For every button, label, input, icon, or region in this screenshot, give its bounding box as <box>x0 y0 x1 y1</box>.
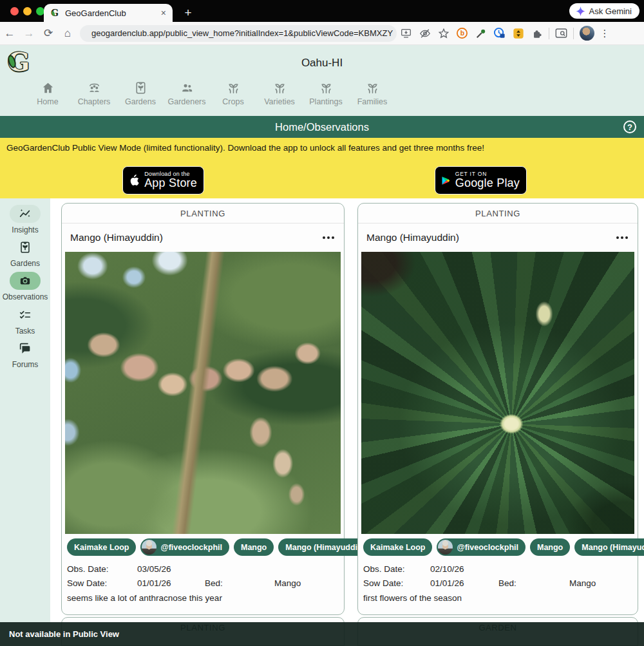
forward-icon[interactable]: → <box>19 27 39 40</box>
toolbar-divider <box>549 28 549 39</box>
page-title: Home/Observations <box>0 121 644 133</box>
chapter-title: Oahu-HI <box>0 57 644 70</box>
sidebar-item-observations[interactable]: Observations <box>0 272 50 301</box>
help-icon[interactable]: ? <box>623 120 636 133</box>
minimize-window-button[interactable] <box>23 7 32 15</box>
garden-chip[interactable]: Kaimake Loop <box>363 538 432 556</box>
planting-title: Mango (Himayuddin) <box>366 232 615 243</box>
eyedropper-icon[interactable] <box>471 26 490 41</box>
browser-toolbar: ← → ⟳ ⌂ geogardenclub.app/public_view_ho… <box>0 22 644 45</box>
toolbar-divider <box>573 28 574 39</box>
sidebar: Insights Gardens Observations <box>0 198 50 646</box>
planting-title: Mango (Himayuddin) <box>70 232 321 243</box>
screen: G GeoGardenClub × + Ask Gemini ← → ⟳ ⌂ <box>0 0 644 646</box>
snackbar-message: Not available in Public View <box>9 629 119 639</box>
observation-note: seems like a lot of anthracnose this yea… <box>67 593 222 603</box>
sidebar-item-tasks[interactable]: Tasks <box>0 306 50 336</box>
garden-chip[interactable]: Kaimake Loop <box>67 538 136 556</box>
tab-crops[interactable]: Crops <box>210 81 256 114</box>
close-window-button[interactable] <box>10 7 19 15</box>
gardener-chip[interactable]: @fiveoclockphil <box>140 538 229 556</box>
seed-packet-icon <box>18 240 32 254</box>
browser-titlebar: G GeoGardenClub × + Ask Gemini <box>0 0 644 22</box>
snackbar: Not available in Public View <box>0 622 644 646</box>
side-search-icon[interactable] <box>552 26 571 41</box>
bed-label: Bed: <box>498 578 516 588</box>
sidebar-item-insights[interactable]: Insights <box>0 205 50 234</box>
new-tab-button[interactable]: + <box>179 4 197 22</box>
obs-date-label: Obs. Date: <box>363 564 405 574</box>
extension-b-icon[interactable]: b <box>453 26 471 41</box>
gardener-chip[interactable]: @fiveoclockphil <box>437 538 526 556</box>
observation-photo[interactable] <box>361 252 634 534</box>
apple-icon <box>129 172 139 189</box>
selected-pill <box>10 272 41 290</box>
hide-eye-icon[interactable] <box>415 26 434 41</box>
tab-families[interactable]: Families <box>349 81 395 114</box>
variety-chip[interactable]: Mango (Himayuddin) <box>574 538 644 556</box>
obs-date-label: Obs. Date: <box>67 564 109 574</box>
sidebar-item-forums[interactable]: Forums <box>0 339 50 369</box>
sow-date-value: 01/01/26 <box>137 578 171 588</box>
tab-plantings[interactable]: Plantings <box>303 81 349 114</box>
tab-close-icon[interactable]: × <box>161 8 166 18</box>
sprout-icon <box>319 81 334 95</box>
observation-card: PLANTING Mango (Himayuddin) Kaimake Loop… <box>61 203 345 615</box>
crop-chip[interactable]: Mango <box>234 538 274 556</box>
banner-message: GeoGardenClub Public View Mode (limited … <box>6 143 484 153</box>
extensions-puzzle-icon[interactable] <box>527 26 546 41</box>
tab-chapters[interactable]: Chapters <box>71 81 117 114</box>
sprout-icon <box>272 81 287 95</box>
main-content: Insights Gardens Observations <box>0 198 644 646</box>
home-icon <box>41 81 55 95</box>
google-play-badge[interactable]: GET IT ON Google Play <box>435 166 527 195</box>
tab-gardens[interactable]: Gardens <box>117 81 164 114</box>
svg-text:b: b <box>460 30 464 37</box>
sprout-icon <box>226 81 241 95</box>
gardener-avatar <box>438 540 453 555</box>
more-menu-icon[interactable] <box>321 234 336 242</box>
observation-photo[interactable] <box>65 252 341 534</box>
reload-icon[interactable]: ⟳ <box>39 26 58 40</box>
observation-card: PLANTING Mango (Himayuddin) Kaimake Loop… <box>357 203 638 615</box>
tab-home[interactable]: Home <box>24 81 71 114</box>
home-toolbar-icon[interactable]: ⌂ <box>58 27 77 40</box>
more-menu-icon[interactable] <box>615 234 629 242</box>
gardeners-icon <box>180 81 194 95</box>
ask-gemini-button[interactable]: Ask Gemini <box>569 3 639 19</box>
obs-date-value: 02/10/26 <box>430 564 464 574</box>
browser-menu-icon[interactable]: ⋮ <box>598 28 612 39</box>
card-type-label: PLANTING <box>358 204 638 223</box>
profile-avatar[interactable] <box>580 26 594 41</box>
bookmark-star-icon[interactable] <box>434 26 453 41</box>
page-title-bar: Home/Observations ? <box>0 116 644 138</box>
card-type-label: PLANTING <box>62 204 344 223</box>
bed-label: Bed: <box>205 578 223 588</box>
back-icon[interactable]: ← <box>0 27 19 40</box>
sprout-icon <box>365 81 380 95</box>
bed-value: Mango <box>274 578 301 588</box>
tab-gardeners[interactable]: Gardeners <box>164 81 210 114</box>
geogardenclub-favicon-icon: G <box>50 8 60 18</box>
sow-date-label: Sow Date: <box>363 578 403 588</box>
camera-icon <box>18 274 32 288</box>
observation-note: first flowers of the season <box>363 593 462 603</box>
gemini-star-icon <box>576 6 585 16</box>
crop-chip[interactable]: Mango <box>530 538 570 556</box>
chapters-icon <box>87 81 102 95</box>
obs-date-value: 03/05/26 <box>137 564 171 574</box>
gardener-avatar <box>142 540 156 555</box>
sow-date-label: Sow Date: <box>67 578 107 588</box>
google-play-icon <box>442 173 450 189</box>
app-store-badge[interactable]: Download on the App Store <box>122 166 204 195</box>
updown-extension-icon[interactable] <box>509 26 527 41</box>
address-bar[interactable]: geogardenclub.app/public_view_home?initi… <box>80 25 397 42</box>
clock-lock-extension-icon[interactable] <box>490 26 509 41</box>
public-view-banner: GeoGardenClub Public View Mode (limited … <box>0 138 644 198</box>
install-app-icon[interactable] <box>397 26 415 41</box>
browser-tab[interactable]: G GeoGardenClub × <box>44 4 173 22</box>
url-text[interactable]: geogardenclub.app/public_view_home?initi… <box>91 28 393 38</box>
bed-value: Mango <box>569 578 596 588</box>
sidebar-item-gardens[interactable]: Gardens <box>0 238 50 268</box>
tab-varieties[interactable]: Varieties <box>256 81 303 114</box>
